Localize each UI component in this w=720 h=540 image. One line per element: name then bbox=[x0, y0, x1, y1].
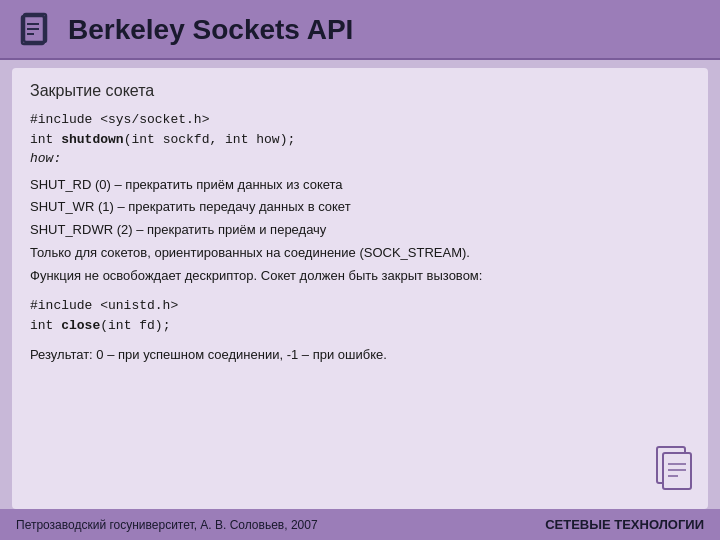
page-title: Berkeley Sockets API bbox=[68, 14, 353, 46]
description-block: SHUT_RD (0) – прекратить приём данных из… bbox=[30, 175, 690, 287]
shut-rd-desc: SHUT_RD (0) – прекратить приём данных из… bbox=[30, 175, 690, 196]
code-int-keyword: int bbox=[30, 132, 61, 147]
result-text: Результат: 0 – при успешном соединении, … bbox=[30, 345, 690, 366]
footer-university: Петрозаводский госуниверситет, А. В. Сол… bbox=[16, 518, 318, 532]
footer: Петрозаводский госуниверситет, А. В. Сол… bbox=[0, 509, 720, 540]
svg-rect-6 bbox=[663, 453, 691, 489]
document-icon bbox=[20, 12, 56, 48]
note2-desc: Функция не освобождает дескриптор. Сокет… bbox=[30, 266, 690, 287]
content-area: Закрытие сокета #include <sys/socket.h> … bbox=[12, 68, 708, 509]
code-close-keyword: close bbox=[61, 318, 100, 333]
result-line: Результат: 0 – при успешном соединении, … bbox=[30, 345, 690, 366]
note1-desc: Только для сокетов, ориентированных на с… bbox=[30, 243, 690, 264]
code-line-include1: #include <sys/socket.h> bbox=[30, 110, 690, 130]
code-line-include2: #include <unistd.h> bbox=[30, 296, 690, 316]
code-line-shutdown: int shutdown(int sockfd, int how); bbox=[30, 130, 690, 150]
code-shutdown-args: (int sockfd, int how); bbox=[124, 132, 296, 147]
footer-course: СЕТЕВЫЕ ТЕХНОЛОГИИ bbox=[545, 517, 704, 532]
code-block-2: #include <unistd.h> int close(int fd); bbox=[30, 296, 690, 335]
code-shutdown-keyword: shutdown bbox=[61, 132, 123, 147]
code-int-keyword2: int bbox=[30, 318, 61, 333]
code-block-1: #include <sys/socket.h> int shutdown(int… bbox=[30, 110, 690, 169]
code-how-label: how: bbox=[30, 149, 690, 169]
code-close-args: (int fd); bbox=[100, 318, 170, 333]
code-line-close: int close(int fd); bbox=[30, 316, 690, 336]
section-title: Закрытие сокета bbox=[30, 82, 690, 100]
corner-decoration-icon bbox=[656, 446, 698, 498]
shut-wr-desc: SHUT_WR (1) – прекратить передачу данных… bbox=[30, 197, 690, 218]
shut-rdwr-desc: SHUT_RDWR (2) – прекратить приём и перед… bbox=[30, 220, 690, 241]
header: Berkeley Sockets API bbox=[0, 0, 720, 60]
